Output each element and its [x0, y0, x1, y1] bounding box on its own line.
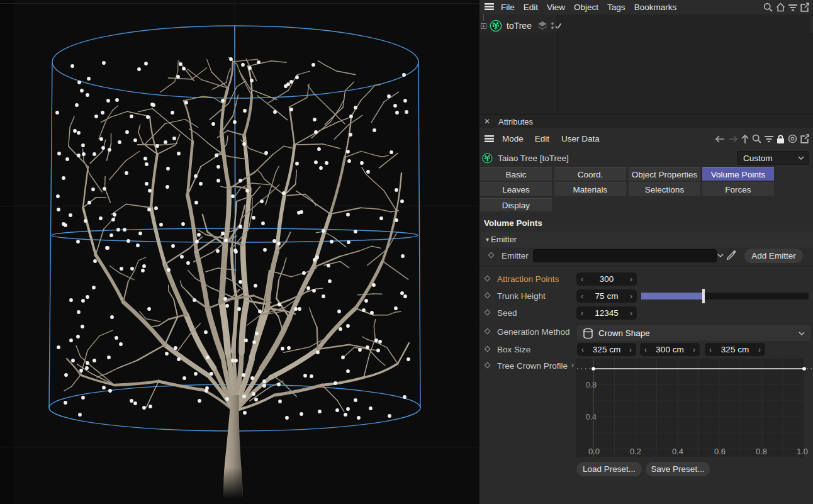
svg-text:0.8: 0.8	[756, 447, 767, 456]
svg-text:0.4: 0.4	[672, 447, 683, 456]
svg-text:1.0: 1.0	[797, 447, 808, 456]
svg-text:0.8: 0.8	[586, 381, 597, 389]
svg-text:0.2: 0.2	[630, 447, 641, 456]
svg-text:0.4: 0.4	[586, 413, 597, 422]
svg-text:0.0: 0.0	[588, 447, 600, 456]
svg-text:0.6: 0.6	[714, 447, 726, 456]
